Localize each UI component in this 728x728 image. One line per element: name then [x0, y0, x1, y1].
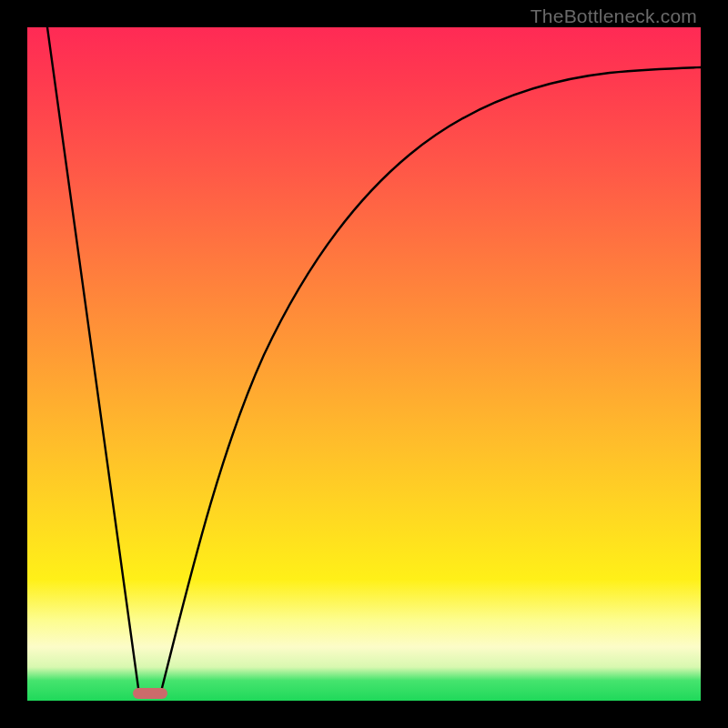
- minimum-marker: [133, 688, 167, 699]
- chart-container: TheBottleneck.com: [0, 0, 728, 728]
- bottleneck-curve: [27, 27, 701, 701]
- curve-path: [47, 27, 701, 688]
- watermark-text: TheBottleneck.com: [531, 5, 697, 27]
- plot-area: [27, 27, 701, 701]
